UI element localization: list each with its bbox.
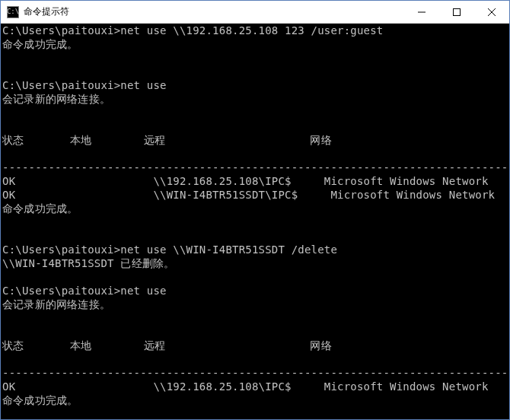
titlebar[interactable]: C:\ 命令提示符: [1, 1, 509, 24]
terminal-line: [2, 311, 508, 325]
terminal-line: C:\Users\paitouxi>net use: [2, 78, 508, 92]
terminal-line: ----------------------------------------…: [2, 366, 508, 380]
terminal-line: 状态 本地 远程 网络: [2, 133, 508, 147]
terminal-line: ----------------------------------------…: [2, 161, 508, 174]
terminal-line: [2, 229, 508, 243]
terminal-line: 状态 本地 远程 网络: [2, 339, 508, 352]
terminal-line: [2, 147, 508, 161]
close-icon: [488, 8, 496, 16]
svg-rect-1: [454, 8, 461, 15]
minimize-icon: [418, 8, 426, 16]
terminal-line: OK \\192.168.25.108\IPC$ Microsoft Windo…: [2, 174, 508, 188]
window-controls: [404, 1, 509, 23]
terminal-line: [2, 119, 508, 133]
terminal-line: OK \\WIN-I4BTR51SSDT\IPC$ Microsoft Wind…: [2, 188, 508, 202]
terminal-line: \\WIN-I4BTR51SSDT 已经删除。: [2, 256, 508, 270]
terminal-line: [2, 325, 508, 339]
terminal-line: 命令成功完成。: [2, 37, 508, 51]
maximize-button[interactable]: [439, 1, 474, 23]
minimize-button[interactable]: [404, 1, 439, 23]
command-prompt-window: C:\ 命令提示符 C:\Users\paitouxi>net use \\19…: [0, 0, 510, 420]
terminal-line: C:\Users\paitouxi>net use: [2, 284, 508, 298]
terminal-line: [2, 65, 508, 78]
terminal-line: 命令成功完成。: [2, 393, 508, 407]
terminal-output[interactable]: C:\Users\paitouxi>net use \\192.168.25.1…: [1, 24, 509, 419]
terminal-line: C:\Users\paitouxi>net use \\192.168.25.1…: [2, 24, 508, 37]
close-button[interactable]: [474, 1, 509, 23]
cmd-icon: C:\: [7, 6, 19, 18]
terminal-line: OK \\192.168.25.108\IPC$ Microsoft Windo…: [2, 380, 508, 393]
terminal-line: 会记录新的网络连接。: [2, 92, 508, 106]
terminal-line: [2, 270, 508, 284]
terminal-line: [2, 215, 508, 229]
window-title: 命令提示符: [24, 5, 404, 18]
terminal-line: [2, 51, 508, 65]
terminal-line: [2, 407, 508, 419]
cmd-icon-text: C:\: [7, 8, 19, 15]
terminal-line: [2, 106, 508, 119]
terminal-line: 命令成功完成。: [2, 202, 508, 215]
terminal-line: 会记录新的网络连接。: [2, 298, 508, 311]
terminal-line: C:\Users\paitouxi>net use \\WIN-I4BTR51S…: [2, 243, 508, 256]
terminal-line: [2, 352, 508, 366]
maximize-icon: [453, 8, 461, 16]
